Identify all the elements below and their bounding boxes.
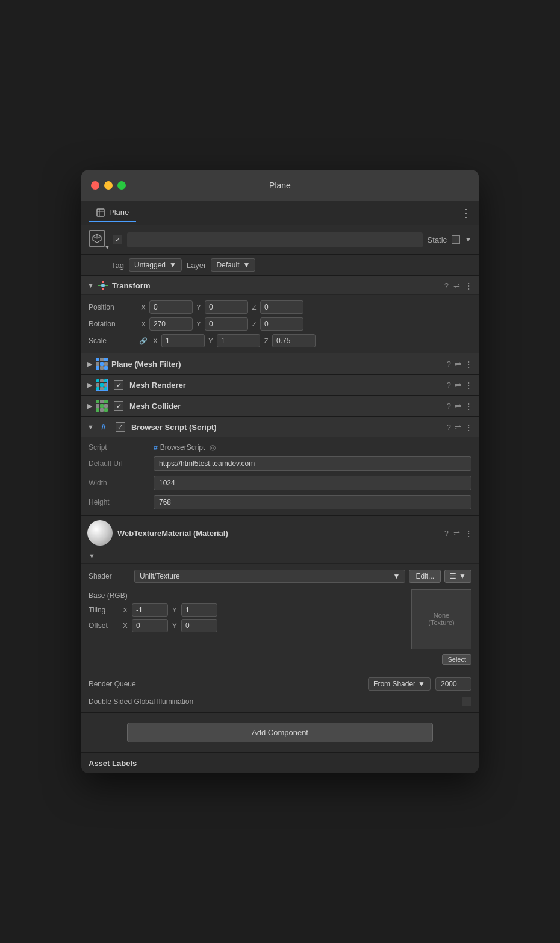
scale-z-field[interactable]: 0.75 bbox=[272, 334, 316, 347]
mesh-renderer-settings-icon[interactable]: ⇌ bbox=[455, 381, 461, 390]
transform-section-header: ▼ Transform ? ⇌ ⋮ bbox=[81, 276, 479, 295]
tag-select[interactable]: Untagged ▼ bbox=[129, 258, 182, 272]
svg-line-5 bbox=[97, 237, 101, 238]
offset-x-field[interactable]: 0 bbox=[132, 619, 168, 632]
mesh-collider-help-icon[interactable]: ? bbox=[447, 402, 451, 411]
offset-row: Offset X 0 Y 0 bbox=[89, 618, 406, 633]
svg-line-4 bbox=[93, 237, 97, 238]
mesh-renderer-more-icon[interactable]: ⋮ bbox=[465, 381, 473, 390]
shader-select[interactable]: Unlit/Texture ▼ bbox=[134, 570, 405, 583]
render-queue-select[interactable]: From Shader ▼ bbox=[368, 677, 431, 691]
transform-settings-icon[interactable]: ⇌ bbox=[453, 281, 460, 290]
browser-script-body: Script # BrowserScript ◎ Default Url htt… bbox=[81, 437, 479, 515]
rotation-x-field[interactable]: 270 bbox=[149, 317, 193, 331]
object-active-checkbox[interactable] bbox=[113, 235, 122, 244]
object-name-input[interactable]: Plane bbox=[127, 232, 423, 247]
render-queue-num[interactable]: 2000 bbox=[435, 677, 471, 691]
layer-dropdown-arrow: ▼ bbox=[243, 261, 250, 269]
add-component-button[interactable]: Add Component bbox=[127, 723, 434, 742]
browser-script-active-checkbox[interactable] bbox=[116, 422, 125, 432]
mesh-renderer-active-checkbox[interactable] bbox=[114, 380, 123, 390]
close-button[interactable] bbox=[91, 181, 99, 190]
mesh-renderer-help-icon[interactable]: ? bbox=[447, 381, 451, 390]
rotation-z-field[interactable]: 0 bbox=[260, 317, 303, 331]
browser-script-settings-icon[interactable]: ⇌ bbox=[455, 423, 461, 432]
script-field-label: Script bbox=[89, 443, 149, 452]
browser-script-section: ▼ # Browser Script (Script) ? ⇌ ⋮ Script… bbox=[81, 416, 479, 515]
double-sided-checkbox[interactable] bbox=[462, 697, 471, 706]
browser-script-arrow[interactable]: ▼ bbox=[87, 423, 94, 431]
object-dropdown-arrow[interactable]: ▼ bbox=[104, 244, 110, 251]
render-queue-row: Render Queue From Shader ▼ 2000 bbox=[89, 674, 471, 694]
plane-tab[interactable]: Plane bbox=[89, 204, 136, 222]
select-button[interactable]: Select bbox=[442, 654, 471, 665]
scale-y-field[interactable]: 1 bbox=[217, 334, 260, 347]
list-button[interactable]: ☰ ▼ bbox=[444, 570, 471, 583]
script-target-icon[interactable]: ◎ bbox=[210, 443, 216, 452]
tiling-offset-area: Base (RGB) Tiling X -1 Y 1 Offset X 0 Y … bbox=[89, 589, 406, 633]
base-rgb-row: Base (RGB) Tiling X -1 Y 1 Offset X 0 Y … bbox=[89, 585, 471, 668]
window-title: Plane bbox=[269, 181, 291, 190]
tiling-y-field[interactable]: 1 bbox=[181, 603, 217, 617]
tiling-row: Tiling X -1 Y 1 bbox=[89, 602, 406, 618]
svg-rect-0 bbox=[97, 209, 104, 216]
scale-y-label: Y bbox=[207, 337, 215, 344]
height-row: Height 768 bbox=[89, 493, 471, 512]
mesh-filter-arrow[interactable]: ▶ bbox=[87, 360, 92, 368]
layer-select[interactable]: Default ▼ bbox=[211, 258, 255, 272]
mesh-filter-help-icon[interactable]: ? bbox=[447, 359, 451, 369]
maximize-button[interactable] bbox=[117, 181, 126, 190]
browser-script-help-icon[interactable]: ? bbox=[447, 423, 451, 432]
mesh-filter-more-icon[interactable]: ⋮ bbox=[465, 359, 473, 369]
rotation-y-field[interactable]: 0 bbox=[205, 317, 248, 331]
width-field[interactable]: 1024 bbox=[154, 476, 471, 490]
mesh-filter-header: ▶ Plane (Mesh Filter) ? ⇌ ⋮ bbox=[81, 353, 479, 374]
transform-title: Transform bbox=[112, 281, 441, 290]
position-y-field[interactable]: 0 bbox=[205, 300, 248, 314]
mesh-collider-active-checkbox[interactable] bbox=[114, 401, 123, 411]
minimize-button[interactable] bbox=[104, 181, 113, 190]
material-settings-icon[interactable]: ⇌ bbox=[453, 529, 460, 538]
scale-x-field[interactable]: 1 bbox=[161, 334, 205, 347]
material-preview-sphere bbox=[87, 520, 113, 546]
mesh-collider-more-icon[interactable]: ⋮ bbox=[465, 402, 473, 411]
material-collapse-arrow[interactable]: ▼ bbox=[81, 550, 479, 564]
transform-more-icon[interactable]: ⋮ bbox=[465, 281, 473, 290]
svg-point-6 bbox=[101, 284, 105, 287]
double-sided-label: Double Sided Global Illumination bbox=[89, 697, 457, 706]
transform-body: Position X 0 Y 0 Z 0 Rotation X 270 Y 0 … bbox=[81, 295, 479, 353]
static-label: Static bbox=[428, 235, 447, 244]
scale-link-icon[interactable]: 🔗 bbox=[139, 337, 148, 345]
add-component-section: Add Component bbox=[81, 712, 479, 752]
transform-help-icon[interactable]: ? bbox=[444, 281, 449, 290]
shader-row: Shader Unlit/Texture ▼ Edit... ☰ ▼ bbox=[89, 567, 471, 585]
material-help-icon[interactable]: ? bbox=[444, 529, 449, 538]
tag-dropdown-arrow: ▼ bbox=[169, 261, 176, 269]
mesh-collider-arrow[interactable]: ▶ bbox=[87, 402, 92, 410]
tab-more-icon[interactable]: ⋮ bbox=[461, 207, 471, 220]
height-field[interactable]: 768 bbox=[154, 495, 471, 509]
browser-script-more-icon[interactable]: ⋮ bbox=[465, 423, 473, 432]
position-fields: X 0 Y 0 Z 0 bbox=[139, 300, 471, 314]
material-more-icon[interactable]: ⋮ bbox=[465, 529, 473, 538]
mesh-collider-section: ▶ Mesh Collider ? ⇌ ⋮ bbox=[81, 395, 479, 416]
mesh-renderer-icon bbox=[96, 379, 108, 391]
mesh-filter-settings-icon[interactable]: ⇌ bbox=[455, 359, 461, 369]
static-dropdown-arrow[interactable]: ▼ bbox=[465, 236, 471, 243]
transform-arrow[interactable]: ▼ bbox=[87, 282, 94, 289]
position-z-field[interactable]: 0 bbox=[260, 300, 303, 314]
tiling-x-field[interactable]: -1 bbox=[132, 603, 168, 617]
mesh-renderer-arrow[interactable]: ▶ bbox=[87, 381, 92, 389]
mesh-collider-settings-icon[interactable]: ⇌ bbox=[455, 402, 461, 411]
shader-label: Shader bbox=[89, 572, 131, 580]
layer-label: Layer bbox=[187, 261, 207, 270]
script-hash-icon: # bbox=[154, 443, 158, 452]
default-url-field[interactable]: https://html5test.teamdev.com bbox=[154, 456, 471, 471]
offset-y-field[interactable]: 0 bbox=[181, 619, 217, 632]
position-x-field[interactable]: 0 bbox=[149, 300, 193, 314]
cube-icon bbox=[92, 233, 102, 244]
tag-label: Tag bbox=[111, 261, 124, 270]
mesh-renderer-section: ▶ Mesh Renderer ? ⇌ ⋮ bbox=[81, 374, 479, 395]
edit-button[interactable]: Edit... bbox=[409, 570, 441, 583]
static-checkbox[interactable] bbox=[452, 235, 460, 244]
